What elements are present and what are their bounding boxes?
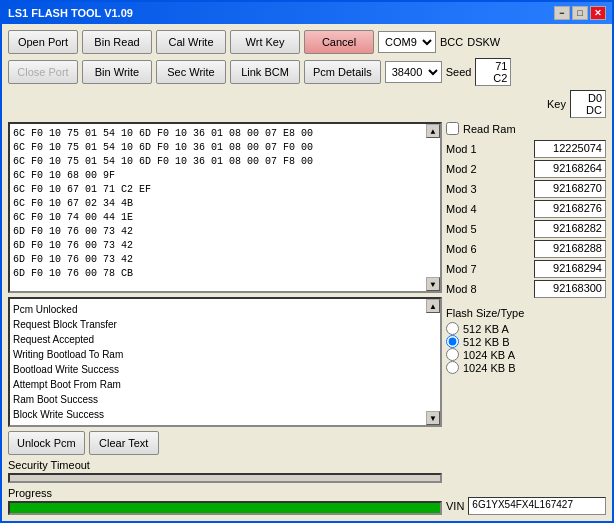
hex-scroll-up[interactable]: ▲ bbox=[426, 124, 440, 138]
flash-options-container: 512 KB A512 KB B1024 KB A1024 KB B bbox=[446, 322, 606, 374]
flash-title: Flash Size/Type bbox=[446, 307, 606, 319]
dskw-label: DSKW bbox=[467, 36, 500, 48]
log-lines-container: Pcm UnlockedRequest Block TransferReques… bbox=[13, 302, 437, 427]
clear-text-button[interactable]: Clear Text bbox=[89, 431, 159, 455]
mod-row: Mod 1 12225074 bbox=[446, 139, 606, 159]
mod-value: 12225074 bbox=[534, 140, 606, 158]
flash-radio[interactable] bbox=[446, 361, 459, 374]
vin-label: VIN bbox=[446, 500, 464, 512]
key-row: Key D0 DC bbox=[8, 90, 606, 118]
flash-section: Flash Size/Type 512 KB A512 KB B1024 KB … bbox=[446, 307, 606, 374]
flash-radio[interactable] bbox=[446, 322, 459, 335]
left-panel: 6C F0 10 75 01 54 10 6D F0 10 36 01 08 0… bbox=[8, 122, 442, 515]
flash-option-label: 1024 KB A bbox=[463, 349, 515, 361]
read-ram-label: Read Ram bbox=[463, 123, 516, 135]
maximize-button[interactable]: □ bbox=[572, 6, 588, 20]
mod-label: Mod 6 bbox=[446, 243, 481, 255]
progress-bar-outer bbox=[8, 501, 442, 515]
cancel-button[interactable]: Cancel bbox=[304, 30, 374, 54]
mod-value: 92168264 bbox=[534, 160, 606, 178]
seed-value: 71 C2 bbox=[475, 58, 511, 86]
mod-label: Mod 2 bbox=[446, 163, 481, 175]
hex-line: 6C F0 10 75 01 54 10 6D F0 10 36 01 08 0… bbox=[13, 127, 437, 141]
log-line: Ram Boot Success bbox=[13, 392, 437, 407]
progress-bar-inner bbox=[10, 503, 440, 513]
close-port-button[interactable]: Close Port bbox=[8, 60, 78, 84]
hex-line: 6C F0 10 67 02 34 4B bbox=[13, 197, 437, 211]
title-bar-buttons: − □ ✕ bbox=[554, 6, 606, 20]
mod-label: Mod 4 bbox=[446, 203, 481, 215]
mod-row: Mod 6 92168288 bbox=[446, 239, 606, 259]
mod-value: 92168270 bbox=[534, 180, 606, 198]
read-ram-checkbox[interactable] bbox=[446, 122, 459, 135]
key-label: Key bbox=[547, 98, 566, 110]
flash-option-label: 512 KB B bbox=[463, 336, 509, 348]
bin-read-button[interactable]: Bin Read bbox=[82, 30, 152, 54]
mod-label: Mod 5 bbox=[446, 223, 481, 235]
sec-write-button[interactable]: Sec Write bbox=[156, 60, 226, 84]
flash-option-row: 512 KB A bbox=[446, 322, 606, 335]
bottom-buttons: Unlock Pcm Clear Text bbox=[8, 431, 442, 455]
mod-row: Mod 3 92168270 bbox=[446, 179, 606, 199]
log-line: Block Write Success bbox=[13, 407, 437, 422]
vin-value: 6G1YX54FX4L167427 bbox=[468, 497, 606, 515]
security-timeout-label: Security Timeout bbox=[8, 459, 442, 471]
security-timeout-bar bbox=[8, 473, 442, 483]
mod-value: 92168294 bbox=[534, 260, 606, 278]
mod-label: Mod 7 bbox=[446, 263, 481, 275]
link-bcm-button[interactable]: Link BCM bbox=[230, 60, 300, 84]
hex-line: 6D F0 10 76 00 73 42 bbox=[13, 253, 437, 267]
mod-value: 92168288 bbox=[534, 240, 606, 258]
title-bar: LS1 FLASH TOOL V1.09 − □ ✕ bbox=[2, 2, 612, 24]
hex-line: 6D F0 10 76 00 73 42 bbox=[13, 239, 437, 253]
hex-lines-container: 6C F0 10 75 01 54 10 6D F0 10 36 01 08 0… bbox=[13, 127, 437, 281]
log-line: Request Accepted bbox=[13, 332, 437, 347]
flash-option-row: 1024 KB A bbox=[446, 348, 606, 361]
cal-write-button[interactable]: Cal Write bbox=[156, 30, 226, 54]
log-scroll-down[interactable]: ▼ bbox=[426, 411, 440, 425]
read-ram-row: Read Ram bbox=[446, 122, 606, 135]
window-title: LS1 FLASH TOOL V1.09 bbox=[8, 7, 133, 19]
hex-line: 6C F0 10 67 01 71 C2 EF bbox=[13, 183, 437, 197]
flash-radio[interactable] bbox=[446, 335, 459, 348]
right-panel: Read Ram Mod 1 12225074 Mod 2 92168264 M… bbox=[446, 122, 606, 515]
close-button[interactable]: ✕ bbox=[590, 6, 606, 20]
mod-value: 92168300 bbox=[534, 280, 606, 298]
log-scroll-up[interactable]: ▲ bbox=[426, 299, 440, 313]
mod-row: Mod 7 92168294 bbox=[446, 259, 606, 279]
pcm-details-button[interactable]: Pcm Details bbox=[304, 60, 381, 84]
content-area: Open Port Bin Read Cal Write Wrt Key Can… bbox=[2, 24, 612, 521]
hex-line: 6C F0 10 75 01 54 10 6D F0 10 36 01 08 0… bbox=[13, 155, 437, 169]
log-line: Block 1 Erased bbox=[13, 422, 437, 427]
hex-line: 6D F0 10 76 00 78 CB bbox=[13, 267, 437, 281]
com-select[interactable]: COM9 bbox=[378, 31, 436, 53]
main-window: LS1 FLASH TOOL V1.09 − □ ✕ Open Port Bin… bbox=[0, 0, 614, 523]
log-line: Writing Bootload To Ram bbox=[13, 347, 437, 362]
hex-line: 6C F0 10 74 00 44 1E bbox=[13, 211, 437, 225]
hex-line: 6D F0 10 76 00 73 42 bbox=[13, 225, 437, 239]
flash-option-row: 1024 KB B bbox=[446, 361, 606, 374]
log-line: Bootload Write Success bbox=[13, 362, 437, 377]
bin-write-button[interactable]: Bin Write bbox=[82, 60, 152, 84]
hex-scroll-down[interactable]: ▼ bbox=[426, 277, 440, 291]
mod-value: 92168282 bbox=[534, 220, 606, 238]
mod-value: 92168276 bbox=[534, 200, 606, 218]
flash-option-row: 512 KB B bbox=[446, 335, 606, 348]
log-display[interactable]: Pcm UnlockedRequest Block TransferReques… bbox=[8, 297, 442, 427]
hex-line: 6C F0 10 75 01 54 10 6D F0 10 36 01 08 0… bbox=[13, 141, 437, 155]
log-line: Request Block Transfer bbox=[13, 317, 437, 332]
key-value: D0 DC bbox=[570, 90, 606, 118]
wrt-key-button[interactable]: Wrt Key bbox=[230, 30, 300, 54]
open-port-button[interactable]: Open Port bbox=[8, 30, 78, 54]
hex-display[interactable]: 6C F0 10 75 01 54 10 6D F0 10 36 01 08 0… bbox=[8, 122, 442, 293]
flash-radio[interactable] bbox=[446, 348, 459, 361]
minimize-button[interactable]: − bbox=[554, 6, 570, 20]
mod-label: Mod 8 bbox=[446, 283, 481, 295]
main-area: 6C F0 10 75 01 54 10 6D F0 10 36 01 08 0… bbox=[8, 122, 606, 515]
mod-row: Mod 5 92168282 bbox=[446, 219, 606, 239]
unlock-pcm-button[interactable]: Unlock Pcm bbox=[8, 431, 85, 455]
mods-container: Mod 1 12225074 Mod 2 92168264 Mod 3 9216… bbox=[446, 139, 606, 299]
baud-select[interactable]: 38400 bbox=[385, 61, 442, 83]
mod-row: Mod 8 92168300 bbox=[446, 279, 606, 299]
mod-row: Mod 4 92168276 bbox=[446, 199, 606, 219]
